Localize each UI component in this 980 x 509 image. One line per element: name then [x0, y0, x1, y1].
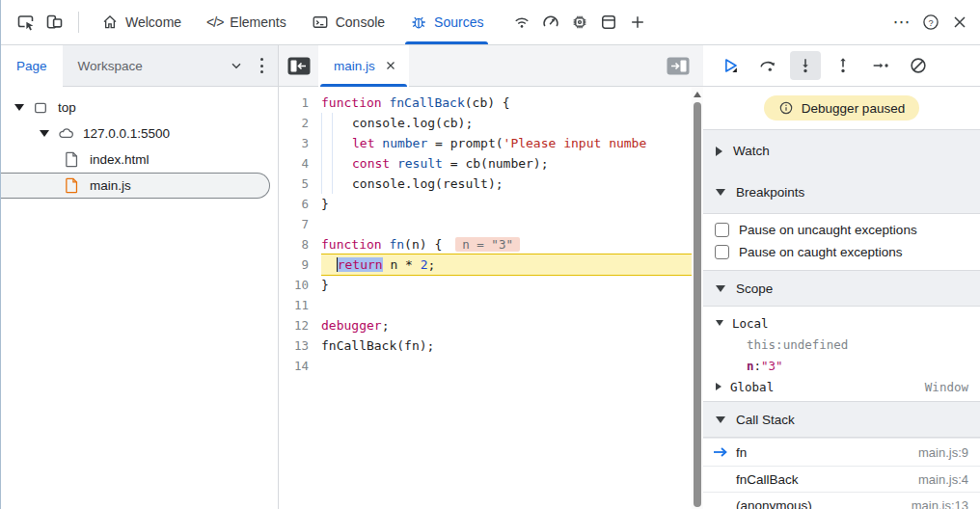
line-number-gutter[interactable]: 3 [279, 133, 321, 153]
code-line-5[interactable]: 5console.log(result); [279, 174, 692, 194]
code-line-12[interactable]: 12debugger; [279, 315, 692, 335]
code-line-11[interactable]: 11 [279, 295, 692, 315]
step-into-icon[interactable] [790, 51, 821, 80]
line-number-gutter[interactable]: 10 [279, 275, 321, 295]
application-layout-icon[interactable] [594, 8, 623, 37]
tree-item-main-js[interactable]: main.js [1, 173, 270, 199]
editor-scrollbar[interactable] [692, 87, 703, 509]
kebab-menu-icon[interactable] [249, 51, 274, 80]
tab-sources[interactable]: Sources [397, 0, 496, 44]
indent-guide [321, 113, 332, 133]
code-line-14[interactable]: 14 [279, 356, 692, 376]
line-number-gutter[interactable]: 1 [279, 93, 321, 113]
section-call-stack[interactable]: Call Stack [703, 402, 980, 437]
stack-frame-anonymous[interactable]: (anonymous)main.js:13 [703, 493, 980, 509]
tree-expand-arrow-icon[interactable] [14, 104, 26, 111]
checkbox-icon[interactable] [715, 223, 729, 237]
section-breakpoints[interactable]: Breakpoints [703, 172, 980, 213]
indent-guide [332, 153, 342, 174]
chevron-down-icon[interactable] [224, 51, 249, 80]
expand-arrow-icon [716, 416, 725, 423]
code-line-2[interactable]: 2console.log(cb); [279, 113, 692, 133]
line-number-gutter[interactable]: 8 [279, 234, 321, 254]
scope-group-global[interactable]: GlobalWindow [703, 376, 980, 397]
bug-icon [410, 13, 427, 31]
callstack-header-wrap: Call Stack [703, 401, 980, 438]
close-icon[interactable] [945, 8, 974, 37]
tab-console[interactable]: Console [299, 0, 397, 44]
file-tree: top127.0.0.1:5500index.htmlmain.js [1, 87, 278, 199]
scope-header-wrap: Scope [703, 270, 980, 307]
code-line-6[interactable]: 6} [279, 194, 692, 214]
more-options-icon[interactable]: ⋯ [887, 8, 916, 37]
section-scope[interactable]: Scope [703, 271, 980, 306]
tab-elements[interactable]: </> Elements [194, 0, 299, 44]
show-debugger-panel-icon[interactable] [667, 57, 690, 75]
stack-frame-fn[interactable]: fnmain.js:9 [703, 438, 980, 467]
line-number-gutter[interactable]: 6 [279, 194, 321, 214]
scrollbar-thumb[interactable] [694, 102, 701, 507]
cloud-icon [58, 125, 74, 142]
tree-item-index-html[interactable]: index.html [1, 147, 278, 173]
code-line-8[interactable]: 8function fn(n) {n = "3" [279, 234, 692, 254]
code-brackets-icon: </> [206, 14, 223, 30]
line-number-gutter[interactable]: 11 [279, 295, 321, 315]
line-number-gutter[interactable]: 14 [279, 356, 321, 376]
close-tab-icon[interactable] [384, 59, 397, 72]
network-conditions-icon[interactable] [507, 8, 536, 37]
performance-gauge-icon[interactable] [536, 8, 565, 37]
tab-welcome[interactable]: Welcome [89, 0, 194, 44]
line-number-gutter[interactable]: 7 [279, 214, 321, 234]
device-emulation-icon[interactable] [40, 8, 68, 37]
resume-script-icon[interactable] [715, 51, 746, 80]
line-number-gutter[interactable]: 2 [279, 113, 321, 133]
tab-page[interactable]: Page [1, 45, 63, 87]
checkbox-row-pause-on-caught-exceptions[interactable]: Pause on caught exceptions [703, 241, 980, 263]
editor-pane: main.js 1function fnCallBack(cb) {2conso… [279, 45, 703, 509]
add-tab-plus-icon[interactable] [623, 8, 652, 37]
inspect-element-icon[interactable] [11, 8, 40, 37]
code-line-3[interactable]: 3let number = prompt('Please input numbe [279, 133, 692, 153]
section-watch[interactable]: Watch [703, 130, 980, 172]
step-over-icon[interactable] [752, 51, 783, 80]
collapse-arrow-icon [716, 383, 721, 390]
checkbox-row-pause-on-uncaught-exceptions[interactable]: Pause on uncaught exceptions [703, 219, 980, 241]
code-line-13[interactable]: 13fnCallBack(fn); [279, 335, 692, 356]
stack-frame-fncallback[interactable]: fnCallBackmain.js:4 [703, 467, 980, 493]
html-file-icon [65, 151, 81, 168]
line-number-gutter[interactable]: 12 [279, 315, 321, 335]
tree-item-127-0-0-1-5500[interactable]: 127.0.0.1:5500 [1, 121, 278, 147]
line-number-gutter[interactable]: 13 [279, 335, 321, 356]
hide-navigator-icon[interactable] [287, 57, 311, 75]
deactivate-breakpoints-icon[interactable] [903, 51, 934, 80]
line-number-gutter[interactable]: 5 [279, 174, 321, 194]
tree-item-top[interactable]: top [1, 94, 278, 121]
line-number-gutter[interactable]: 4 [279, 153, 321, 174]
tree-expand-arrow-icon[interactable] [40, 130, 51, 137]
watch-breakpoints-headers: Watch Breakpoints [703, 129, 980, 214]
indent-guide [321, 133, 332, 153]
scope-group-local[interactable]: Local [703, 312, 980, 334]
code-editor[interactable]: 1function fnCallBack(cb) {2console.log(c… [279, 87, 692, 509]
line-number-gutter[interactable]: 9 [279, 254, 321, 275]
help-icon[interactable]: ? [916, 8, 945, 37]
editor-tabbar: main.js [279, 45, 703, 87]
expand-arrow-icon [716, 320, 723, 326]
navigator-pane: Page Workspace top127.0.0.1:5500index.ht… [1, 45, 279, 509]
step-out-icon[interactable] [828, 51, 858, 80]
tab-label: Welcome [125, 14, 181, 30]
scrollbar-up-arrow[interactable] [694, 92, 701, 97]
code-line-10[interactable]: 10} [279, 275, 692, 295]
console-icon [312, 13, 329, 31]
code-line-9-paused[interactable]: 9 return n * 2; [279, 254, 692, 275]
editor-tab-mainjs[interactable]: main.js [318, 45, 409, 87]
checkbox-icon[interactable] [715, 245, 729, 259]
frame-location: main.js:9 [918, 445, 968, 460]
code-line-4[interactable]: 4const result = cb(number); [279, 153, 692, 174]
code-line-1[interactable]: 1function fnCallBack(cb) { [279, 93, 692, 113]
tab-workspace[interactable]: Workspace [63, 45, 158, 87]
memory-chip-icon[interactable] [565, 8, 594, 37]
step-icon[interactable] [865, 51, 896, 80]
devtools-toolbar: Welcome </> Elements Console Sources [1, 0, 980, 45]
code-line-7[interactable]: 7 [279, 214, 692, 234]
